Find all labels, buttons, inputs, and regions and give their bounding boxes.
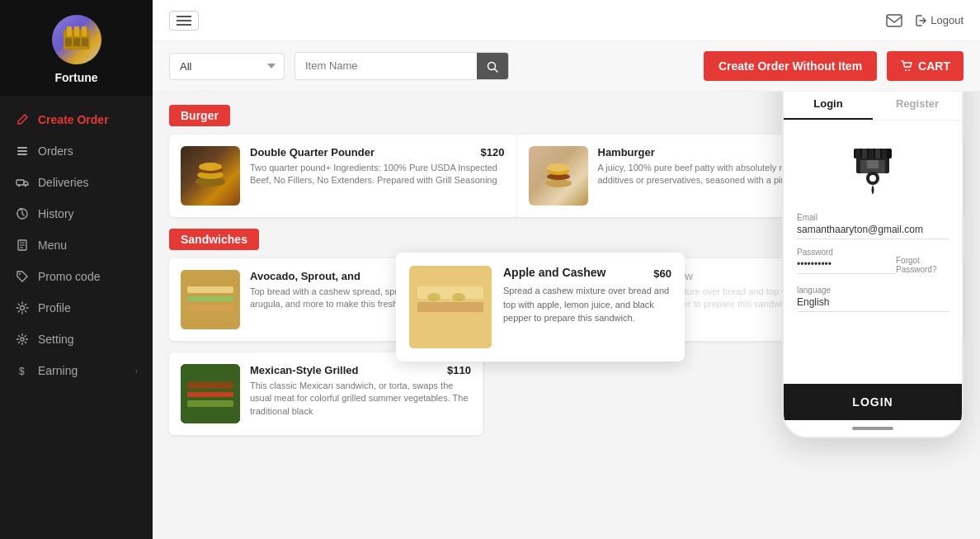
phone-logo — [844, 142, 902, 200]
svg-rect-40 — [187, 382, 233, 389]
svg-point-47 — [427, 293, 441, 301]
svg-point-19 — [21, 306, 25, 310]
pencil-icon — [15, 112, 30, 127]
item-name: Double Quarter Pounder — [250, 146, 375, 158]
item-highlight-card[interactable]: Apple and Cashew $60 Spread a cashew mix… — [396, 253, 685, 362]
menu-item-double-quarter[interactable]: Double Quarter Pounder $120 Two quarter … — [169, 135, 517, 217]
svg-point-63 — [869, 175, 876, 182]
svg-point-26 — [908, 69, 910, 71]
svg-rect-42 — [187, 400, 233, 407]
category-select[interactable]: All — [169, 53, 285, 80]
sidebar-item-label: Profile — [38, 301, 138, 314]
grilled-items-row: Mexican-Style Grilled $110 This classic … — [169, 352, 483, 435]
svg-rect-1 — [67, 26, 72, 36]
item-price: $110 — [447, 364, 471, 376]
grilled-visual — [181, 364, 240, 423]
svg-rect-55 — [855, 149, 860, 158]
cart-label: CART — [918, 59, 950, 73]
sandwiches-section-title: Sandwiches — [169, 229, 259, 250]
sidebar-item-label: Deliveries — [38, 176, 138, 189]
search-button[interactable] — [477, 53, 508, 78]
highlight-item-image — [409, 266, 492, 348]
search-input[interactable] — [295, 53, 477, 78]
password-row: Password •••••••••• Forgot Password? — [797, 248, 949, 282]
sidebar-item-deliveries[interactable]: Deliveries — [0, 167, 153, 198]
svg-point-30 — [199, 163, 222, 171]
svg-rect-2 — [74, 26, 79, 36]
logo-image — [52, 15, 101, 64]
main-content: Logout All Create Order Without Item — [153, 0, 980, 539]
phone-tab-login[interactable]: Login — [784, 92, 873, 120]
phone-login-button[interactable]: LOGIN — [782, 384, 964, 420]
sidebar-item-promo-code[interactable]: Promo code — [0, 261, 153, 292]
svg-rect-57 — [869, 149, 874, 158]
sidebar-item-profile[interactable]: Profile — [0, 292, 153, 324]
svg-rect-7 — [17, 147, 27, 149]
cart-icon — [900, 59, 913, 73]
phone-logo-icon — [844, 142, 902, 200]
search-icon — [487, 61, 498, 73]
top-navigation: Logout — [153, 0, 980, 41]
sidebar-item-menu[interactable]: Menu — [0, 229, 153, 261]
email-field-label: Email — [797, 213, 949, 222]
sidebar-item-label: Promo code — [38, 270, 138, 283]
sidebar-item-label: Create Order — [38, 113, 138, 126]
language-row: language English — [797, 286, 949, 312]
mail-icon[interactable] — [886, 12, 902, 29]
item-name: Avocado, Sprout, and — [250, 270, 360, 282]
sidebar-item-label: History — [38, 207, 138, 220]
highlight-name: Apple and Cashew — [503, 266, 605, 279]
svg-line-24 — [495, 69, 498, 72]
history-icon — [15, 206, 30, 221]
svg-point-48 — [452, 293, 465, 301]
svg-rect-44 — [417, 286, 483, 299]
logout-label: Logout — [931, 14, 964, 26]
sidebar-item-create-order[interactable]: Create Order — [0, 104, 153, 135]
truck-icon — [15, 175, 30, 190]
create-order-without-item-button[interactable]: Create Order Without Item — [704, 51, 877, 81]
highlight-price: $60 — [653, 267, 671, 280]
phone-tab-register[interactable]: Register — [873, 92, 962, 120]
search-group — [294, 52, 509, 79]
svg-rect-6 — [82, 38, 88, 46]
burger-section-title: Burger — [169, 105, 230, 126]
search-bar: All Create Order Without Item CART — [153, 41, 980, 92]
sidebar-item-history[interactable]: History — [0, 198, 153, 229]
app-name: Fortune — [54, 71, 97, 84]
svg-point-25 — [905, 69, 907, 71]
svg-point-31 — [545, 179, 572, 187]
cart-button[interactable]: CART — [887, 51, 964, 81]
menu-item-mexican-grilled[interactable]: Mexican-Style Grilled $110 This classic … — [169, 352, 483, 435]
item-info: Double Quarter Pounder $120 Two quarter … — [250, 146, 505, 206]
email-field-value[interactable]: samanthaaryton@gmail.com — [797, 224, 949, 239]
chevron-right-icon: › — [135, 366, 138, 376]
sidebar: Fortune Create Order Orders — [0, 0, 153, 539]
item-name: Hamburger — [598, 146, 655, 158]
svg-point-18 — [19, 273, 21, 275]
sidebar-item-earning[interactable]: $ Earning › — [0, 355, 153, 386]
sandwich-visual1 — [181, 270, 240, 329]
logout-icon — [916, 15, 927, 26]
sidebar-nav: Create Order Orders — [0, 96, 153, 386]
settings-icon — [15, 332, 30, 347]
svg-rect-58 — [875, 149, 880, 158]
forgot-password-link[interactable]: Forgot Password? — [896, 256, 949, 274]
svg-rect-22 — [887, 15, 902, 26]
sidebar-item-setting[interactable]: Setting — [0, 324, 153, 355]
menu-book-icon — [15, 238, 30, 253]
hamburger-line — [177, 20, 191, 21]
item-description: Two quarter pound+ Ingredients: 100% Pur… — [250, 162, 505, 187]
svg-rect-10 — [16, 180, 24, 185]
svg-rect-46 — [417, 315, 483, 328]
sidebar-item-orders[interactable]: Orders — [0, 135, 153, 167]
item-image-burger2 — [529, 146, 588, 206]
item-image-grilled — [181, 364, 240, 423]
burger-visual2 — [538, 155, 579, 196]
hamburger-button[interactable] — [169, 11, 199, 31]
logout-button[interactable]: Logout — [916, 14, 964, 26]
password-field-value[interactable]: •••••••••• — [797, 258, 896, 274]
svg-rect-3 — [82, 26, 87, 36]
store-icon — [844, 142, 902, 200]
menu-content: Burger Double Quarter Pounder — [153, 92, 980, 539]
language-value[interactable]: English — [797, 296, 949, 312]
